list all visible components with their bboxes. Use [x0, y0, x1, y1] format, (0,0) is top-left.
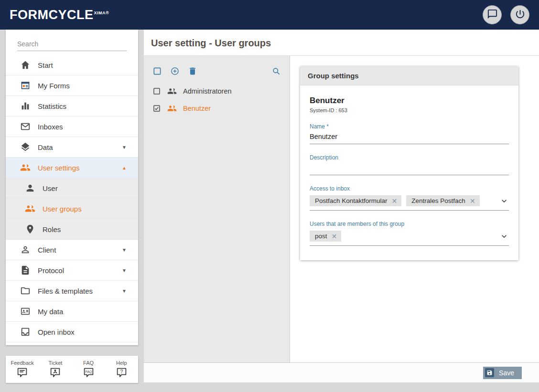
people-icon	[25, 203, 35, 214]
envelope-icon	[20, 121, 31, 132]
sidebar-item-label: User	[43, 184, 58, 192]
sidebar-item-protocol[interactable]: Protocol ▼	[6, 260, 138, 281]
app-logo: FORMCYCLEXIMA®	[10, 8, 109, 22]
name-input[interactable]	[310, 130, 509, 144]
group-list-toolbar	[144, 56, 290, 83]
chevron-down-icon: ▼	[122, 268, 127, 273]
card-title: Group settings	[300, 66, 518, 85]
member-chip: post ✕	[310, 231, 341, 242]
chevron-down-icon: ▼	[122, 288, 127, 294]
chip-label: Postfach Kontaktformular	[315, 197, 388, 204]
group-row-benutzer[interactable]: Benutzer	[144, 100, 290, 117]
help-box: Feedback Ticket FAQ FAQ Help ?	[6, 356, 138, 383]
layers-icon	[20, 142, 31, 152]
remove-chip-icon[interactable]: ✕	[470, 198, 475, 204]
delete-group-icon[interactable]	[188, 66, 197, 76]
row-checkbox-checked[interactable]	[152, 104, 161, 113]
chat-bubble-icon	[487, 9, 498, 21]
inbox-icon	[20, 327, 31, 337]
people-icon	[20, 162, 31, 173]
chevron-down-icon[interactable]	[499, 232, 509, 241]
sidebar-item-roles[interactable]: Roles	[6, 219, 138, 240]
map-pin-icon	[25, 224, 35, 234]
sidebar-item-data[interactable]: Data ▼	[6, 137, 138, 158]
help-cell-label: Help	[116, 360, 127, 366]
chevron-down-icon[interactable]	[499, 196, 509, 206]
sidebar-nav: Start My Forms Statistics Inboxes Data ▼…	[6, 55, 138, 342]
power-icon	[515, 9, 526, 21]
card-body: Benutzer System-ID : 653 Name * Descript…	[300, 85, 518, 260]
sidebar-item-my-forms[interactable]: My Forms	[6, 75, 138, 96]
sidebar-item-label: Protocol	[38, 266, 64, 275]
sidebar-item-label: User settings	[38, 164, 80, 172]
save-button-label: Save	[499, 369, 514, 377]
remove-chip-icon[interactable]: ✕	[332, 233, 337, 240]
search-icon[interactable]	[271, 66, 281, 76]
chip-label: Zentrales Postfach	[411, 197, 465, 204]
save-button[interactable]: Save	[483, 367, 522, 379]
sidebar-item-user-settings[interactable]: User settings ▲	[6, 158, 138, 178]
remove-chip-icon[interactable]: ✕	[392, 198, 398, 204]
sidebar-item-client[interactable]: Client ▼	[6, 240, 138, 260]
group-heading: Benutzer	[310, 96, 509, 106]
main-header: User setting - User groups	[144, 30, 539, 56]
name-label: Name *	[310, 123, 509, 130]
inbox-access-select[interactable]: Postfach Kontaktformular ✕ Zentrales Pos…	[310, 192, 509, 211]
search-input[interactable]	[17, 37, 127, 51]
sidebar-item-label: Roles	[43, 225, 61, 233]
chevron-down-icon: ▼	[122, 145, 127, 150]
row-checkbox-unchecked[interactable]	[152, 87, 161, 95]
logo-sup: XIMA®	[94, 11, 109, 15]
select-all-checkbox[interactable]	[152, 66, 162, 76]
logout-power-button[interactable]	[510, 5, 529, 24]
system-id: System-ID : 653	[310, 107, 509, 113]
sidebar-item-statistics[interactable]: Statistics	[6, 96, 138, 117]
group-list-panel: Administratoren Benutzer	[144, 56, 290, 362]
help-link[interactable]: Help ?	[105, 356, 138, 383]
feedback-link[interactable]: Feedback	[6, 356, 39, 383]
description-field: Description	[310, 154, 509, 175]
svg-text:?: ?	[120, 369, 123, 374]
chat-feedback-button[interactable]	[483, 5, 502, 24]
svg-text:FAQ: FAQ	[85, 370, 92, 374]
help-cell-label: Ticket	[48, 360, 62, 366]
sidebar-item-label: Data	[38, 143, 53, 151]
speech-bubble-lines-icon	[16, 367, 28, 379]
help-cell-label: Feedback	[11, 360, 33, 366]
sidebar-item-label: Inboxes	[38, 123, 63, 131]
help-cell-label: FAQ	[83, 360, 94, 366]
home-icon	[20, 60, 31, 70]
group-row-administratoren[interactable]: Administratoren	[144, 83, 290, 100]
id-card-icon	[20, 306, 31, 317]
group-list: Administratoren Benutzer	[144, 83, 290, 117]
bar-chart-icon	[20, 101, 31, 111]
main-footer: Save	[144, 362, 539, 382]
members-select[interactable]: post ✕	[310, 228, 509, 246]
inbox-access-field: Access to inbox Postfach Kontaktformular…	[310, 185, 509, 211]
sidebar-item-label: My Forms	[38, 82, 70, 90]
sidebar-item-inboxes[interactable]: Inboxes	[6, 117, 138, 137]
chevron-down-icon: ▼	[122, 247, 127, 253]
speech-bubble-person-icon	[49, 367, 61, 379]
group-settings-card: Group settings Benutzer System-ID : 653 …	[300, 66, 518, 260]
description-input[interactable]	[310, 161, 509, 175]
sidebar-item-files-templates[interactable]: Files & templates ▼	[6, 281, 138, 301]
logo-text: FORMCYCLE	[10, 8, 94, 22]
name-field: Name *	[310, 123, 509, 144]
main-body: Administratoren Benutzer Group settings …	[144, 56, 539, 362]
faq-link[interactable]: FAQ FAQ	[72, 356, 105, 383]
topbar-actions	[483, 5, 529, 24]
sidebar-item-start[interactable]: Start	[6, 55, 138, 75]
group-name: Administratoren	[183, 87, 232, 95]
chevron-up-icon: ▲	[122, 165, 127, 170]
sidebar-item-user[interactable]: User	[6, 178, 138, 199]
sidebar-item-open-inbox[interactable]: Open inbox	[6, 322, 138, 342]
sidebar-item-user-groups[interactable]: User groups	[6, 199, 138, 219]
page-title: User setting - User groups	[151, 38, 529, 49]
add-group-icon[interactable]	[170, 66, 180, 76]
sidebar-search	[6, 30, 138, 55]
ticket-link[interactable]: Ticket	[39, 356, 72, 383]
sidebar-item-my-data[interactable]: My data	[6, 301, 138, 322]
person-icon	[25, 183, 35, 193]
sidebar-item-label: User groups	[43, 205, 82, 213]
